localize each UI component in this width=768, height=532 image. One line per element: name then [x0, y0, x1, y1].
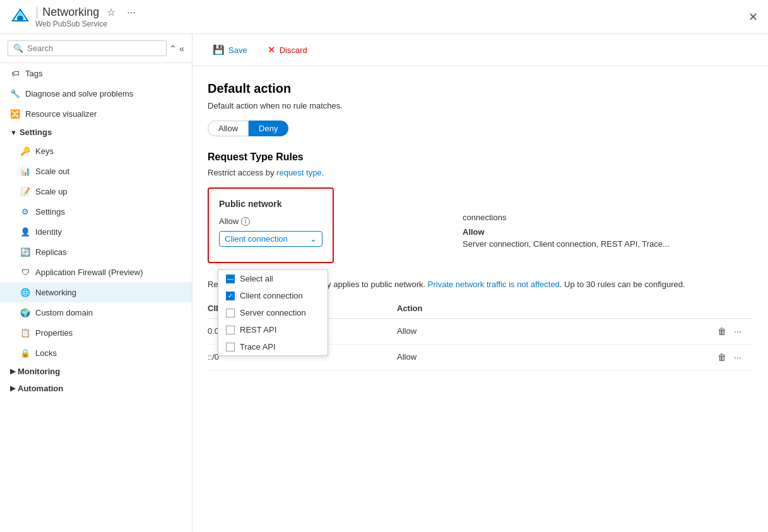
connections-text: connections — [463, 213, 506, 222]
sidebar-item-settings[interactable]: ⚙ Settings — [0, 201, 192, 222]
allow-text: Allow — [219, 216, 239, 226]
sidebar-item-label: Locks — [35, 348, 57, 358]
client-connection-label: Client connection — [240, 291, 303, 300]
col-action-header: Action — [397, 304, 715, 313]
sidebar-item-tags[interactable]: 🏷 Tags — [0, 63, 192, 83]
sidebar-item-diagnose[interactable]: 🔧 Diagnose and solve problems — [0, 83, 192, 103]
sidebar-search-area: 🔍 ⌃ « — [0, 34, 192, 63]
more-button-2[interactable]: ··· — [731, 351, 744, 364]
sidebar-item-label: Tags — [25, 69, 42, 78]
more-options-button[interactable]: ··· — [123, 6, 139, 20]
select-all-checkbox[interactable]: — — [226, 275, 235, 283]
allow-button[interactable]: Allow — [208, 121, 249, 136]
settings-section[interactable]: ▼ Settings — [0, 124, 192, 141]
public-network-box: Public network Allow i Client connection… — [208, 187, 334, 263]
deny-button[interactable]: Deny — [249, 121, 288, 136]
public-network-container: Public network Allow i Client connection… — [208, 187, 334, 263]
sidebar-item-label: Scale out — [35, 167, 69, 176]
delete-button-2[interactable]: 🗑 — [715, 351, 729, 364]
chevron-right-icon: ▶ — [10, 367, 15, 375]
app-subtitle: Web PubSub Service — [35, 20, 139, 28]
trace-api-checkbox[interactable] — [226, 343, 235, 352]
svg-point-3 — [17, 15, 23, 21]
trace-api-label: Trace API — [240, 342, 276, 352]
star-button[interactable]: ☆ — [103, 5, 119, 20]
tags-icon: 🏷 — [10, 68, 20, 78]
dropdown-select[interactable]: Client connection ⌄ — [219, 231, 322, 247]
sidebar-item-networking[interactable]: 🌐 Networking — [0, 282, 192, 302]
action-value-2: Allow — [397, 352, 715, 362]
top-bar-left: | Networking ☆ ··· Web PubSub Service — [10, 5, 139, 28]
chevron-right-icon2: ▶ — [10, 384, 15, 393]
close-button[interactable]: ✕ — [748, 10, 758, 24]
sidebar-item-label: Diagnose and solve problems — [25, 89, 133, 98]
sidebar-item-custom-domain[interactable]: 🌍 Custom domain — [0, 302, 192, 322]
sidebar-item-properties[interactable]: 📋 Properties — [0, 322, 192, 343]
discard-button[interactable]: ✕ Discard — [263, 42, 312, 58]
identity-icon: 👤 — [20, 227, 30, 237]
allow-label-row: Allow i — [219, 216, 322, 226]
default-action-title: Default action — [208, 81, 753, 96]
resource-visualizer-icon: 🔀 — [10, 109, 20, 119]
request-type-link[interactable]: request type — [276, 168, 322, 177]
sidebar-item-identity[interactable]: 👤 Identity — [0, 222, 192, 242]
dropdown-item-client-connection[interactable]: ✓ Client connection — [218, 287, 328, 304]
app-firewall-icon: 🛡 — [20, 267, 30, 277]
sidebar-item-scale-out[interactable]: 📊 Scale out — [0, 161, 192, 181]
page-title: Networking — [42, 6, 99, 19]
action-value-1: Allow — [397, 326, 715, 336]
discard-icon: ✕ — [268, 44, 276, 56]
rest-api-label: REST API — [240, 325, 276, 334]
dropdown-item-select-all[interactable]: — Select all — [218, 270, 328, 287]
request-type-rules-title: Request Type Rules — [208, 151, 753, 163]
dropdown-item-trace-api[interactable]: Trace API — [218, 338, 328, 355]
connections-summary: connections Allow Server connection, Cli… — [463, 187, 670, 263]
collapse-button[interactable]: « — [179, 44, 184, 54]
allow-deny-toggle: Allow Deny — [208, 121, 753, 136]
delete-button-1[interactable]: 🗑 — [715, 325, 729, 338]
discard-label: Discard — [280, 45, 307, 55]
col-ops-header — [715, 304, 753, 313]
automation-section[interactable]: ▶ Automation — [0, 380, 192, 397]
private-network-link[interactable]: Private network traffic is not affected — [428, 280, 560, 289]
sidebar-item-label: Networking — [35, 288, 76, 297]
toolbar: 💾 Save ✕ Discard — [192, 34, 768, 66]
dropdown-menu: — Select all ✓ Client connection Server … — [218, 269, 328, 356]
main-container: 🔍 ⌃ « 🏷 Tags 🔧 Diagnose and solve proble… — [0, 34, 768, 532]
sidebar-item-label: Identity — [35, 227, 62, 237]
sidebar-item-locks[interactable]: 🔒 Locks — [0, 343, 192, 363]
dropdown-item-server-connection[interactable]: Server connection — [218, 304, 328, 321]
sidebar-item-keys[interactable]: 🔑 Keys — [0, 141, 192, 161]
more-button-1[interactable]: ··· — [731, 325, 744, 338]
allow-value: Server connection, Client connection, RE… — [463, 239, 670, 249]
client-connection-checkbox[interactable]: ✓ — [226, 292, 235, 300]
scale-out-icon: 📊 — [20, 166, 30, 176]
search-input[interactable] — [27, 44, 161, 53]
sidebar-item-scale-up[interactable]: 📝 Scale up — [0, 181, 192, 201]
chevron-down-icon: ▼ — [10, 129, 17, 136]
app-title-group: | Networking ☆ ··· Web PubSub Service — [35, 5, 139, 28]
sidebar-item-replicas[interactable]: 🔄 Replicas — [0, 242, 192, 262]
public-network-title: Public network — [219, 199, 322, 209]
keys-icon: 🔑 — [20, 146, 30, 156]
request-type-desc: Restrict access by request type. — [208, 168, 753, 177]
rest-api-checkbox[interactable] — [226, 326, 235, 334]
dropdown-item-rest-api[interactable]: REST API — [218, 321, 328, 338]
save-button[interactable]: 💾 Save — [208, 42, 252, 58]
sidebar-item-resource-visualizer[interactable]: 🔀 Resource visualizer — [0, 103, 192, 124]
sidebar-item-app-firewall[interactable]: 🛡 Application Firewall (Preview) — [0, 262, 192, 282]
monitoring-section-label: Monitoring — [18, 367, 60, 376]
server-connection-label: Server connection — [240, 308, 306, 317]
server-connection-checkbox[interactable] — [226, 309, 235, 317]
diagnose-icon: 🔧 — [10, 88, 20, 98]
expand-button[interactable]: ⌃ — [169, 44, 177, 54]
monitoring-section[interactable]: ▶ Monitoring — [0, 363, 192, 380]
custom-domain-icon: 🌍 — [20, 307, 30, 317]
app-icon — [10, 7, 30, 27]
sidebar-item-label: Properties — [35, 328, 73, 338]
settings-section-label: Settings — [20, 127, 52, 137]
info-icon: i — [241, 217, 250, 226]
sidebar-item-label: Replicas — [35, 247, 67, 257]
search-box[interactable]: 🔍 — [8, 40, 167, 56]
collapse-buttons: ⌃ « — [169, 44, 184, 54]
